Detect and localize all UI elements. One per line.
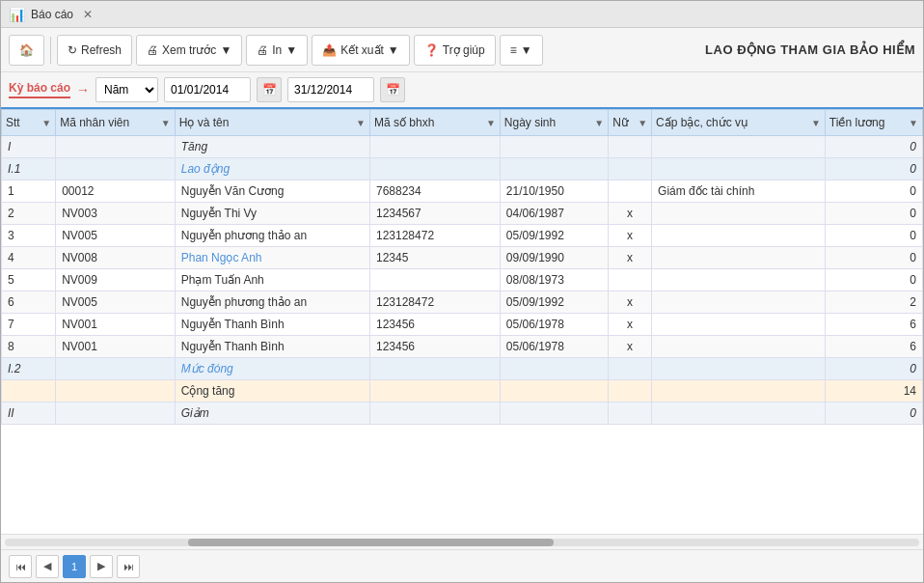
col-msbhxh: Mã số bhxh ▼ (369, 110, 500, 136)
filter-nu-icon[interactable]: ▼ (638, 118, 647, 128)
table-cell (500, 403, 608, 425)
table-cell: Giảm (175, 403, 369, 425)
table-cell (369, 403, 500, 425)
table-cell (652, 314, 826, 336)
next-page-button[interactable]: ▶ (90, 555, 113, 578)
table-cell: Giám đốc tài chính (652, 180, 826, 203)
date-from-input[interactable] (164, 77, 251, 102)
table-row: 5NV009Phạm Tuấn Anh08/08/19730 (2, 269, 923, 292)
print-button[interactable]: 🖨 In ▼ (246, 35, 308, 66)
table-row: IIGiảm0 (2, 403, 923, 425)
table-cell: x (609, 203, 652, 225)
table-cell: 123456 (369, 314, 500, 336)
title-bar: 📊 Báo cáo ✕ (1, 1, 923, 28)
calendar-to-icon: 📅 (386, 83, 400, 97)
table-cell: 0 (825, 158, 922, 180)
table-cell: 7688234 (369, 180, 500, 203)
table-cell: Phan Ngọc Anh (175, 247, 369, 269)
table-cell: 7 (2, 314, 56, 336)
window-title: Báo cáo (31, 8, 73, 21)
table-cell (609, 269, 652, 292)
col-ngaysinh: Ngày sinh ▼ (500, 110, 608, 136)
table-cell: 2 (825, 292, 922, 314)
table-cell (609, 158, 652, 180)
calendar-from-button[interactable]: 📅 (257, 77, 282, 102)
table-cell (652, 269, 826, 292)
date-to-input[interactable] (287, 77, 374, 102)
table-cell: 1 (2, 180, 56, 203)
table-cell (500, 158, 608, 180)
col-stt: Stt ▼ (2, 110, 56, 136)
table-cell: Phạm Tuấn Anh (175, 269, 369, 292)
table-cell (500, 358, 608, 380)
table-cell: NV005 (56, 292, 176, 314)
table-cell: Nguyễn Văn Cương (175, 180, 369, 203)
print-preview-button[interactable]: 🖨 Xem trước ▼ (136, 35, 242, 66)
filter-capbac-icon[interactable]: ▼ (811, 118, 821, 128)
refresh-icon: ↻ (68, 43, 77, 57)
first-page-button[interactable]: ⏮ (9, 555, 32, 578)
cell-link[interactable]: Lao động (181, 162, 230, 176)
period-select[interactable]: Năm Tháng Quý (95, 77, 158, 102)
dropdown-arrow-export: ▼ (388, 43, 399, 57)
table-cell: 6 (825, 336, 922, 358)
menu-button[interactable]: ≡ ▼ (500, 35, 543, 66)
table-row: 6NV005Nguyễn phương thảo an12312847205/0… (2, 292, 923, 314)
table-cell: I.1 (2, 158, 56, 180)
table-cell: 5 (2, 269, 56, 292)
dropdown-arrow: ▼ (220, 43, 231, 57)
table-cell: 123128472 (369, 292, 500, 314)
table-cell: 05/06/1978 (500, 314, 608, 336)
table-cell: Tăng (175, 136, 369, 158)
table-cell: 09/09/1990 (500, 247, 608, 269)
calendar-from-icon: 📅 (262, 83, 277, 97)
filter-manv-icon[interactable]: ▼ (161, 118, 171, 128)
table-cell: 05/09/1992 (500, 225, 608, 247)
home-button[interactable]: 🏠 (9, 35, 44, 66)
filter-ngaysinh-icon[interactable]: ▼ (594, 118, 604, 128)
table-cell (652, 336, 826, 358)
filter-arrow-icon: → (76, 82, 90, 97)
table-cell (56, 380, 176, 403)
cell-link[interactable]: Mức đóng (181, 362, 233, 375)
table-cell (369, 358, 500, 380)
table-cell: 05/06/1978 (500, 336, 608, 358)
filter-tienluong-icon[interactable]: ▼ (909, 118, 918, 128)
cell-link[interactable]: Phan Ngọc Anh (181, 251, 262, 264)
col-nu: Nữ ▼ (609, 110, 652, 136)
table-cell: 14 (825, 380, 922, 403)
col-hoten: Họ và tên ▼ (175, 110, 369, 136)
table-row: 3NV005Nguyễn phương thảo an12312847205/0… (2, 225, 923, 247)
main-window: 📊 Báo cáo ✕ 🏠 ↻ Refresh 🖨 Xem trước ▼ 🖨 … (0, 0, 924, 583)
table-cell (369, 158, 500, 180)
calendar-to-button[interactable]: 📅 (380, 77, 405, 102)
prev-page-button[interactable]: ◀ (36, 555, 59, 578)
table-cell (609, 180, 652, 203)
table-cell: x (609, 292, 652, 314)
menu-arrow: ▼ (521, 43, 532, 57)
ky-bao-cao-label: Kỳ báo cáo (9, 81, 70, 98)
table-cell (652, 203, 826, 225)
table-cell: 04/06/1987 (500, 203, 608, 225)
dropdown-arrow-print: ▼ (285, 43, 297, 57)
table-cell: 08/08/1973 (500, 269, 608, 292)
horizontal-scrollbar[interactable] (1, 534, 923, 549)
scrollbar-thumb[interactable] (188, 539, 554, 546)
table-cell: NV008 (56, 247, 176, 269)
table-cell: Cộng tăng (175, 380, 369, 403)
filter-hoten-icon[interactable]: ▼ (356, 118, 366, 128)
table-cell: II (2, 403, 56, 425)
refresh-button[interactable]: ↻ Refresh (57, 35, 132, 66)
table-cell: 0 (825, 247, 922, 269)
filter-msbhxh-icon[interactable]: ▼ (486, 118, 496, 128)
last-page-button[interactable]: ⏭ (117, 555, 140, 578)
export-button[interactable]: 📤 Kết xuất ▼ (312, 35, 410, 66)
filter-stt-icon[interactable]: ▼ (41, 118, 51, 128)
close-button[interactable]: ✕ (83, 8, 93, 21)
table-cell: NV005 (56, 225, 176, 247)
table-cell: 0 (825, 225, 922, 247)
table-row: Cộng tăng14 (2, 380, 923, 403)
current-page-button[interactable]: 1 (63, 555, 86, 578)
help-button[interactable]: ❓ Trợ giúp (414, 35, 496, 66)
table-cell: Nguyễn Thanh Bình (175, 314, 369, 336)
